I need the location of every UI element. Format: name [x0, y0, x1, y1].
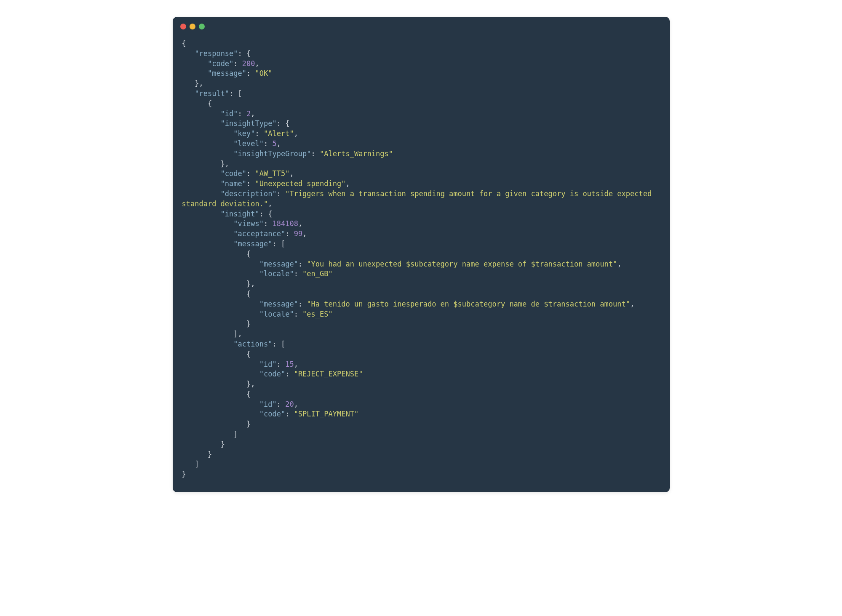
- code-line: }: [182, 319, 660, 329]
- code-line: },: [182, 79, 660, 89]
- json-punct: ,: [617, 260, 621, 268]
- json-punct: :: [285, 229, 294, 238]
- json-punct: :: [277, 400, 285, 408]
- json-punct: [182, 210, 221, 218]
- json-string: "es_ES": [302, 310, 333, 318]
- json-punct: {: [182, 39, 186, 48]
- json-punct: ,: [294, 129, 298, 138]
- json-punct: [182, 240, 234, 248]
- json-key: "message": [233, 240, 272, 248]
- json-punct: :: [255, 129, 264, 138]
- json-punct: [182, 300, 259, 308]
- json-punct: }: [182, 470, 186, 478]
- code-line: {: [182, 39, 660, 49]
- json-punct: },: [182, 79, 203, 88]
- code-line: {: [182, 389, 660, 400]
- json-key: "message": [259, 260, 298, 268]
- json-string: "Alert": [264, 129, 294, 138]
- json-punct: ,: [294, 360, 298, 368]
- json-key: "code": [208, 59, 233, 68]
- json-key: "id": [221, 109, 238, 118]
- code-line: "locale": "es_ES": [182, 309, 660, 320]
- code-line: "actions": [: [182, 339, 660, 349]
- code-line: "message": "Ha tenido un gasto inesperad…: [182, 299, 660, 309]
- json-key: "description": [221, 189, 277, 198]
- json-punct: :: [277, 360, 285, 368]
- code-line: ]: [182, 429, 660, 440]
- json-punct: :: [264, 219, 272, 228]
- json-string: "en_GB": [302, 269, 333, 278]
- json-punct: }: [182, 320, 251, 328]
- json-key: "id": [259, 360, 277, 368]
- json-punct: },: [182, 160, 230, 168]
- code-line: "response": {: [182, 49, 660, 59]
- json-key: "response": [195, 49, 238, 58]
- json-punct: : [: [229, 89, 242, 98]
- json-key: "result": [195, 89, 229, 98]
- json-punct: {: [182, 250, 251, 258]
- json-punct: ,: [277, 139, 281, 148]
- json-punct: :: [285, 410, 294, 418]
- json-punct: [182, 400, 259, 408]
- json-string: "You had an unexpected $subcategory_name…: [307, 260, 617, 268]
- json-punct: },: [182, 380, 255, 388]
- code-line: {: [182, 349, 660, 360]
- json-key: "locale": [259, 269, 294, 278]
- code-line: "code": "SPLIT_PAYMENT": [182, 409, 660, 419]
- json-punct: :: [246, 169, 255, 178]
- json-key: "code": [221, 169, 246, 178]
- json-punct: [182, 260, 259, 268]
- json-punct: [182, 49, 195, 58]
- json-punct: ,: [255, 59, 259, 68]
- code-line: {: [182, 249, 660, 259]
- code-line: }: [182, 419, 660, 429]
- code-line: "insightType": {: [182, 119, 660, 129]
- json-punct: :: [233, 59, 242, 68]
- json-key: "actions": [233, 340, 272, 348]
- json-punct: : {: [238, 49, 251, 58]
- json-punct: [182, 109, 221, 118]
- code-line: },: [182, 159, 660, 169]
- code-line: ],: [182, 329, 660, 339]
- json-punct: ,: [251, 109, 255, 118]
- code-line: "key": "Alert",: [182, 129, 660, 139]
- json-key: "insight": [221, 210, 259, 218]
- minimize-icon[interactable]: [190, 24, 195, 29]
- json-punct: [182, 69, 208, 77]
- json-punct: ,: [630, 300, 634, 308]
- json-punct: : {: [259, 210, 273, 218]
- code-line: }: [182, 450, 660, 460]
- json-punct: :: [238, 109, 246, 118]
- json-punct: {: [182, 390, 251, 398]
- json-punct: ,: [298, 219, 302, 228]
- json-key: "message": [208, 69, 246, 77]
- json-punct: [182, 139, 234, 148]
- json-key: "locale": [259, 310, 294, 318]
- code-line: },: [182, 279, 660, 289]
- json-punct: [182, 229, 234, 238]
- json-punct: : [: [272, 340, 285, 348]
- code-line: }: [182, 440, 660, 450]
- json-string: "Unexpected spending": [255, 179, 346, 188]
- json-string: "SPLIT_PAYMENT": [294, 410, 359, 418]
- close-icon[interactable]: [180, 24, 186, 29]
- json-punct: [182, 89, 195, 98]
- json-key: "code": [259, 410, 285, 418]
- json-punct: :: [311, 149, 320, 158]
- json-punct: : {: [277, 119, 290, 128]
- json-punct: }: [182, 450, 212, 459]
- json-number: 99: [294, 229, 302, 238]
- code-line: "code": "AW_TT5",: [182, 169, 660, 179]
- json-punct: :: [298, 260, 307, 268]
- json-key: "key": [233, 129, 255, 138]
- json-key: "insightTypeGroup": [233, 149, 311, 158]
- json-punct: [182, 370, 259, 378]
- code-line: }: [182, 469, 660, 480]
- json-punct: ,: [289, 169, 294, 178]
- code-line: "id": 2,: [182, 109, 660, 119]
- code-line: "acceptance": 99,: [182, 229, 660, 239]
- code-line: ]: [182, 459, 660, 469]
- json-punct: :: [264, 139, 272, 148]
- code-line: "code": "REJECT_EXPENSE": [182, 369, 660, 379]
- maximize-icon[interactable]: [199, 24, 205, 29]
